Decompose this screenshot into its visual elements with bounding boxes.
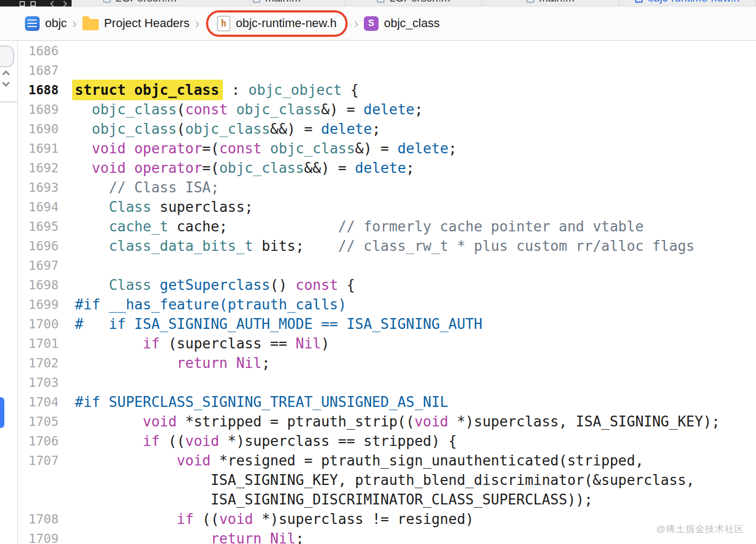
code-line-1686: 1686: [0, 41, 756, 61]
file-icon: [253, 0, 260, 3]
folder-icon: [82, 19, 99, 30]
header-file-icon: h: [217, 16, 230, 31]
tab-LGPerson.m[interactable]: LGPerson.m: [72, 0, 208, 7]
tab-label: objc-runtime-new.h: [648, 0, 739, 4]
code-line-1695: 1695 cache_t cache; // formerly cache po…: [0, 217, 756, 236]
add-editor-icon[interactable]: [30, 1, 36, 7]
code-text[interactable]: ISA_SIGNING_DISCRIMINATOR_CLASS_SUPERCLA…: [59, 490, 593, 509]
code-line-1704: 1704#if SUPERCLASS_SIGNING_TREAT_UNSIGNE…: [0, 392, 756, 412]
tab-label: LGPerson.m: [389, 0, 450, 4]
code-line-1696: 1696 class_data_bits_t bits; // class_rw…: [0, 236, 756, 256]
code-lines: 168616871688struct objc_class : objc_obj…: [0, 41, 756, 544]
code-text[interactable]: [59, 373, 75, 392]
code-line-1692: 1692 void operator=(objc_class&&) = dele…: [0, 158, 756, 178]
code-line-1697: 1697: [0, 256, 756, 275]
code-line-1693: 1693 // Class ISA;: [0, 178, 756, 197]
strip-divider: [0, 101, 18, 102]
editor-tab-bar: LGPerson.mmain.mLGPerson.mmain.mobjc-run…: [0, 0, 756, 7]
breadcrumb-label: objc-runtime-new.h: [236, 16, 337, 30]
code-line-1698: 1698 Class getSuperclass() const {: [0, 275, 756, 295]
code-text[interactable]: class_data_bits_t bits; // class_rw_t * …: [59, 236, 695, 256]
code-line-1687: 1687: [0, 61, 756, 80]
code-text[interactable]: [59, 256, 75, 275]
code-line-wrap: ISA_SIGNING_KEY, ptrauth_blend_discrimin…: [0, 470, 756, 490]
code-text[interactable]: struct objc_class : objc_object {: [59, 80, 359, 100]
struct-icon: S: [364, 16, 379, 31]
tab-label: main.m: [539, 0, 575, 4]
tab-main.m[interactable]: main.m: [208, 0, 345, 7]
chevron-separator-icon: ›: [195, 16, 199, 31]
code-line-1691: 1691 void operator=(const objc_class&) =…: [0, 139, 756, 158]
code-line-1694: 1694 Class superclass;: [0, 197, 756, 217]
code-line-1689: 1689 objc_class(const objc_class&) = del…: [0, 100, 756, 119]
tab-row: LGPerson.mmain.mLGPerson.mmain.mobjc-run…: [72, 0, 756, 7]
code-line-1708: 1708 if ((void *)superclass != resigned): [0, 509, 756, 529]
tab-main.m[interactable]: main.m: [482, 0, 619, 7]
breadcrumb-label: objc: [45, 16, 67, 30]
chevron-separator-icon: ›: [72, 16, 76, 31]
project-icon: [25, 16, 40, 31]
code-text[interactable]: return Nil;: [59, 353, 270, 373]
forward-arrow-icon[interactable]: [61, 1, 67, 7]
code-text[interactable]: return Nil;: [59, 529, 304, 544]
code-text[interactable]: [59, 41, 75, 61]
tab-LGPerson.m[interactable]: LGPerson.m: [345, 0, 482, 7]
watermark-text: @稀土掘金技术社区: [656, 523, 744, 535]
breadcrumb-item-group[interactable]: Project Headers: [82, 16, 190, 30]
breadcrumb-item-file[interactable]: h objc-runtime-new.h: [217, 16, 337, 31]
back-arrow-icon[interactable]: [50, 1, 56, 7]
code-text[interactable]: if (superclass == Nil): [59, 334, 330, 353]
code-line-1709: 1709 return Nil;: [0, 529, 756, 544]
code-line-1703: 1703: [0, 373, 756, 392]
code-text[interactable]: void *stripped = ptrauth_strip((void *)s…: [59, 412, 720, 431]
code-text[interactable]: objc_class(const objc_class&) = delete;: [59, 100, 423, 119]
file-icon: [377, 0, 385, 3]
breadcrumb-label: Project Headers: [104, 16, 190, 30]
code-text[interactable]: Class superclass;: [59, 197, 253, 217]
code-line-1705: 1705 void *stripped = ptrauth_strip((voi…: [0, 412, 756, 431]
tab-objc-runtime-new.h[interactable]: objc-runtime-new.h: [619, 0, 756, 7]
file-icon: [527, 0, 534, 3]
file-icon: [103, 0, 111, 3]
yellow-highlight: struct objc_class: [72, 80, 223, 100]
code-line-wrap: ISA_SIGNING_DISCRIMINATOR_CLASS_SUPERCLA…: [0, 490, 756, 509]
source-editor[interactable]: 168616871688struct objc_class : objc_obj…: [0, 41, 756, 544]
chevron-down-icon: [2, 79, 10, 87]
code-line-1702: 1702 return Nil;: [0, 353, 756, 373]
code-line-1707: 1707 void *resigned = ptrauth_sign_unaut…: [0, 451, 756, 470]
breadcrumb-item-project[interactable]: objc: [25, 16, 67, 31]
code-text[interactable]: void *resigned = ptrauth_sign_unauthenti…: [59, 451, 644, 470]
code-text[interactable]: void operator=(objc_class&&) = delete;: [59, 158, 414, 178]
code-line-1690: 1690 objc_class(objc_class&&) = delete;: [0, 119, 756, 139]
code-text[interactable]: [59, 61, 75, 80]
code-line-1688: 1688struct objc_class : objc_object {: [0, 80, 756, 100]
stepper-control[interactable]: [3, 72, 9, 86]
breadcrumb-item-symbol[interactable]: S objc_class: [364, 16, 440, 31]
breadcrumb-label: objc_class: [384, 16, 440, 30]
code-line-1699: 1699#if __has_feature(ptrauth_calls): [0, 295, 756, 314]
jump-bar: objc › Project Headers › h objc-runtime-…: [0, 7, 756, 41]
code-text[interactable]: # if ISA_SIGNING_AUTH_MODE == ISA_SIGNIN…: [59, 314, 482, 334]
tab-label: main.m: [265, 0, 301, 4]
partial-rounded-control: [0, 46, 14, 67]
blue-indicator-pill: [0, 397, 4, 428]
code-text[interactable]: #if __has_feature(ptrauth_calls): [59, 295, 347, 314]
code-text[interactable]: if ((void *)superclass == stripped) {: [59, 431, 457, 451]
code-text[interactable]: cache_t cache; // formerly cache pointer…: [59, 217, 644, 236]
code-line-1700: 1700# if ISA_SIGNING_AUTH_MODE == ISA_SI…: [0, 314, 756, 334]
editor-layout-icon[interactable]: [20, 1, 25, 7]
chevron-separator-icon: ›: [354, 16, 358, 31]
file-icon: [635, 0, 643, 3]
code-text[interactable]: Class getSuperclass() const {: [59, 275, 355, 295]
code-text[interactable]: #if SUPERCLASS_SIGNING_TREAT_UNSIGNED_AS…: [59, 392, 449, 412]
left-edge-strip: [0, 41, 18, 544]
code-text[interactable]: objc_class(objc_class&&) = delete;: [59, 119, 381, 139]
code-text[interactable]: ISA_SIGNING_KEY, ptrauth_blend_discrimin…: [59, 470, 695, 490]
code-line-1701: 1701 if (superclass == Nil): [0, 334, 756, 353]
tab-label: LGPerson.m: [116, 0, 176, 4]
chevron-up-icon: [2, 70, 10, 78]
code-text[interactable]: // Class ISA;: [59, 178, 219, 197]
code-text[interactable]: if ((void *)superclass != resigned): [59, 509, 474, 529]
window-toolbar-corner: [0, 0, 72, 7]
code-text[interactable]: void operator=(const objc_class&) = dele…: [59, 139, 457, 158]
